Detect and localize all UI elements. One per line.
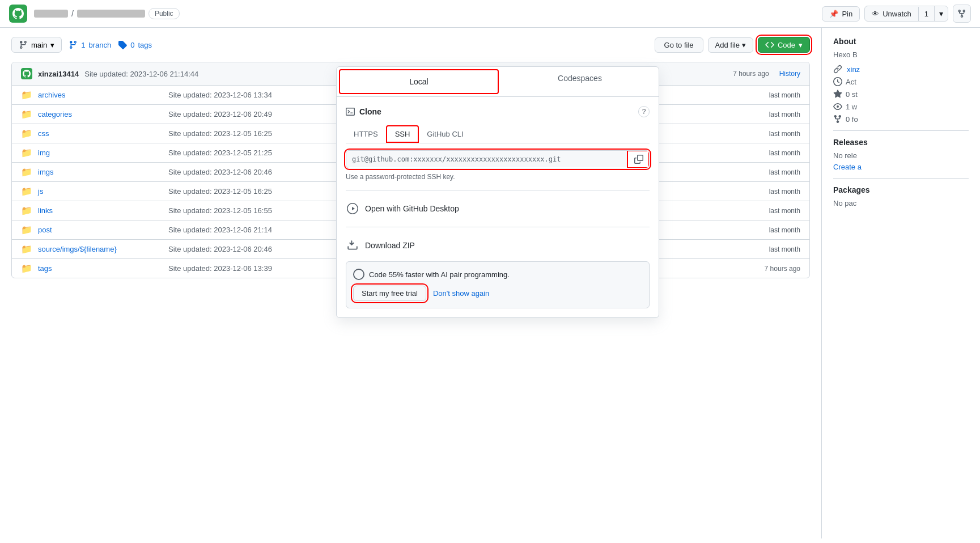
download-zip-label: Download ZIP: [365, 241, 415, 250]
ssh-hint: Use a password-protected SSH key.: [346, 173, 650, 181]
start-trial-button[interactable]: Start my free trial: [353, 286, 426, 301]
ssh-url-input[interactable]: [346, 151, 627, 167]
ssh-tab[interactable]: SSH: [386, 125, 419, 143]
file-name[interactable]: archives: [38, 91, 163, 99]
local-tab[interactable]: Local: [339, 69, 499, 94]
no-packages: No pac: [833, 199, 969, 207]
zip-icon: [346, 239, 359, 252]
branch-chevron: ▾: [50, 41, 54, 49]
code-dropdown-panel: Local Codespaces Clone ? HTTPS: [336, 66, 659, 318]
sidebar-website-link[interactable]: xinz: [847, 65, 860, 74]
file-time: last month: [769, 91, 800, 99]
activity-row: Act: [833, 77, 969, 86]
branch-selector[interactable]: main ▾: [11, 37, 62, 53]
repo-avatar: [9, 5, 27, 23]
add-file-button[interactable]: Add file ▾: [708, 37, 753, 53]
clone-title: Clone: [346, 107, 381, 116]
file-time: last month: [769, 188, 800, 196]
clone-title-text: Clone: [359, 107, 381, 116]
watchers-icon: [833, 102, 842, 111]
file-name[interactable]: tags: [38, 264, 163, 273]
separator: /: [71, 9, 74, 18]
file-time: last month: [769, 149, 800, 157]
top-bar-actions: 📌 Pin 👁 Unwatch 1 ▾: [822, 5, 971, 23]
file-name[interactable]: img: [38, 149, 163, 157]
add-file-chevron: ▾: [742, 41, 746, 49]
ssh-input-row: [346, 150, 650, 168]
code-icon: [765, 40, 774, 49]
create-release-link[interactable]: Create a: [833, 163, 862, 171]
https-tab[interactable]: HTTPS: [346, 125, 386, 143]
sidebar-description: Hexo B: [833, 50, 969, 59]
pin-button[interactable]: 📌 Pin: [822, 6, 860, 22]
ai-promo: Code 55% faster with AI pair programming…: [346, 261, 650, 308]
copy-button[interactable]: [627, 151, 649, 168]
open-desktop-row[interactable]: Open with GitHub Desktop: [346, 197, 650, 220]
file-name[interactable]: post: [38, 226, 163, 234]
dropdown-divider-1: [346, 190, 650, 190]
file-name[interactable]: source/imgs/${filename}: [38, 245, 163, 253]
file-name[interactable]: css: [38, 129, 163, 138]
file-name[interactable]: imgs: [38, 168, 163, 176]
pin-icon: 📌: [829, 10, 838, 18]
about-title: About: [833, 37, 969, 46]
clone-header: Clone ?: [346, 106, 650, 117]
stars-row: 0 st: [833, 90, 969, 99]
file-time: last month: [769, 226, 800, 234]
dropdown-body: Clone ? HTTPS SSH GitHub CLI: [337, 97, 659, 317]
cli-tab[interactable]: GitHub CLI: [419, 125, 471, 143]
repo-title: / Public: [34, 8, 180, 19]
clone-help[interactable]: ?: [638, 106, 650, 117]
go-to-file-button[interactable]: Go to file: [655, 37, 703, 53]
packages-title: Packages: [833, 185, 969, 194]
terminal-icon: [346, 107, 355, 116]
tag-label: tags: [138, 41, 152, 49]
desktop-icon: [346, 202, 359, 215]
branch-actions: Go to file Add file ▾ Code ▾: [655, 37, 810, 53]
right-sidebar: About Hexo B xinz Act 0 st 1 w: [821, 28, 980, 538]
top-bar: / Public 📌 Pin 👁 Unwatch 1 ▾: [0, 0, 980, 28]
ai-promo-text: Code 55% faster with AI pair programming…: [353, 269, 642, 280]
codespaces-tab[interactable]: Codespaces: [501, 67, 659, 96]
sidebar-divider-1: [833, 130, 969, 131]
history-link[interactable]: History: [779, 70, 800, 78]
dropdown-tabs: Local Codespaces: [337, 67, 659, 97]
main-layout: main ▾ 1 branch 0 tags Go to file: [0, 28, 980, 538]
code-button[interactable]: Code ▾: [758, 37, 810, 53]
clone-protocol-tabs: HTTPS SSH GitHub CLI: [346, 125, 650, 143]
unwatch-count[interactable]: 1: [919, 7, 934, 21]
dont-show-link[interactable]: Don't show again: [433, 289, 489, 298]
fork-icon: [957, 9, 966, 18]
file-name[interactable]: js: [38, 187, 163, 196]
branch-bar: main ▾ 1 branch 0 tags Go to file: [11, 37, 810, 53]
commit-author: xinzai13414: [38, 70, 79, 78]
file-time: last month: [769, 207, 800, 215]
code-chevron: ▾: [799, 41, 803, 49]
tags-count-link[interactable]: 0 tags: [118, 40, 152, 49]
file-time: last month: [769, 111, 800, 118]
releases-title: Releases: [833, 138, 969, 147]
owner-name: [34, 10, 68, 18]
branch-count-link[interactable]: 1 branch: [69, 40, 111, 49]
visibility-badge: Public: [149, 8, 180, 19]
download-zip-row[interactable]: Download ZIP: [346, 234, 650, 257]
branch-count-icon: [69, 40, 78, 49]
file-name[interactable]: links: [38, 206, 163, 215]
watchers-row: 1 w: [833, 102, 969, 111]
avatar-icon: [23, 70, 31, 78]
activity-icon: [833, 77, 842, 86]
eye-icon: 👁: [872, 10, 879, 18]
unwatch-main[interactable]: 👁 Unwatch: [865, 7, 919, 21]
unwatch-dropdown-arrow[interactable]: ▾: [934, 6, 948, 21]
copilot-icon: [353, 269, 364, 280]
branch-count: 1: [81, 41, 85, 49]
folder-icon: 📁: [21, 167, 32, 177]
commit-avatar: [21, 68, 32, 79]
no-releases: No rele: [833, 151, 969, 160]
file-time: last month: [769, 130, 800, 138]
folder-icon: 📁: [21, 186, 32, 197]
file-time: 7 hours ago: [765, 265, 800, 273]
file-name[interactable]: categories: [38, 110, 163, 118]
branch-label: branch: [88, 41, 111, 49]
fork-button[interactable]: [953, 5, 971, 23]
